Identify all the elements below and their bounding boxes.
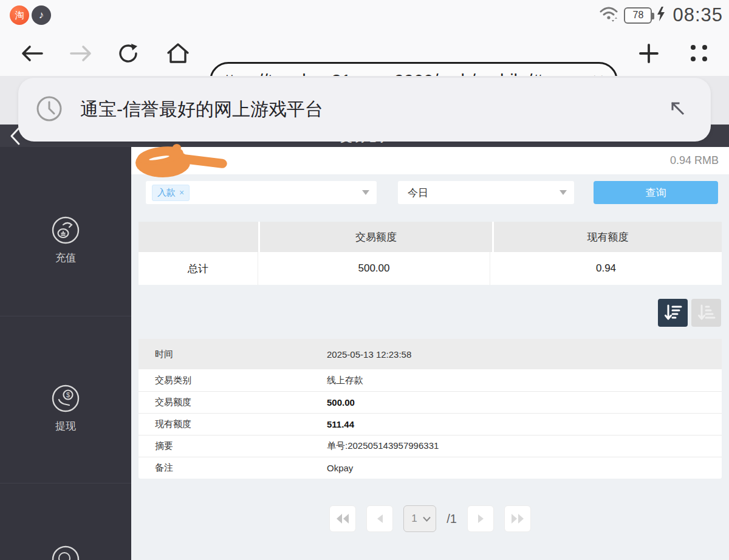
- recharge-icon: [51, 216, 80, 245]
- sidebar-divider: [0, 316, 131, 316]
- battery-percent: 78: [633, 10, 644, 21]
- sort-ascending-button[interactable]: [691, 299, 721, 327]
- balance-bar: 0.94 RMB: [131, 147, 729, 174]
- forward-button[interactable]: [66, 30, 96, 76]
- tab-switcher-button[interactable]: [682, 30, 716, 76]
- taobao-icon: 淘: [10, 5, 29, 25]
- sidebar-item-label: 提现: [0, 419, 131, 433]
- detail-value: 511.44: [327, 419, 722, 429]
- sort-descending-button[interactable]: [658, 299, 688, 327]
- detail-label: 摘要: [139, 440, 327, 452]
- detail-label: 交易类别: [139, 375, 327, 386]
- sidebar-item-partial[interactable]: [0, 545, 131, 560]
- withdraw-icon: $: [51, 384, 80, 413]
- summary-total-label: 总计: [139, 252, 258, 285]
- balance-amount: 0.94 RMB: [670, 154, 719, 167]
- sidebar-divider: [0, 483, 131, 483]
- summary-total-trade: 500.00: [258, 252, 490, 285]
- sidebar-item-label: 充值: [0, 251, 131, 265]
- sort-descending-icon: [664, 304, 682, 321]
- summary-header-trade: 交易额度: [260, 222, 492, 252]
- page-count: /1: [447, 512, 457, 526]
- detail-value: Okpay: [327, 463, 722, 473]
- page-select-value: 1: [411, 513, 423, 525]
- date-select[interactable]: 今日: [398, 181, 574, 204]
- partial-circle-icon: [51, 545, 80, 560]
- type-select[interactable]: 入款 ×: [146, 181, 377, 204]
- detail-row-trade-amount: 交易额度 500.00: [139, 391, 722, 413]
- new-tab-button[interactable]: [632, 30, 666, 76]
- douyin-icon: ♪: [32, 5, 51, 25]
- status-bar: 淘 ♪ 78 08:35: [0, 0, 729, 30]
- summary-total-row: 总计 500.00 0.94: [139, 252, 722, 285]
- summary-header-empty: [139, 222, 258, 252]
- query-button[interactable]: 查询: [594, 181, 718, 204]
- detail-value: 单号:202505143957996331: [327, 440, 722, 452]
- detail-row-summary: 摘要 单号:202505143957996331: [139, 435, 722, 457]
- home-button[interactable]: [162, 30, 194, 76]
- summary-total-balance: 0.94: [490, 252, 722, 285]
- summary-header-row: 交易额度 现有额度: [139, 222, 722, 252]
- detail-label: 时间: [139, 349, 327, 360]
- chevron-down-icon: [362, 190, 369, 195]
- detail-row-remark: 备注 Okpay: [139, 457, 722, 479]
- date-select-value: 今日: [408, 186, 428, 200]
- summary-table: 交易额度 现有额度 总计 500.00 0.94: [139, 222, 722, 285]
- filter-row: 入款 × 今日 查询: [131, 181, 729, 204]
- summary-header-balance: 现有额度: [494, 222, 722, 252]
- first-page-button[interactable]: [329, 505, 356, 532]
- detail-value: 2025-05-13 12:23:58: [327, 349, 722, 360]
- browser-toolbar: ttps://tongbao31.com:9900/web/mobile/# ✕: [0, 30, 729, 76]
- url-suggestion-item[interactable]: 通宝-信誉最好的网上游戏平台: [18, 78, 711, 142]
- sidebar: 充值 $ 提现: [0, 147, 131, 560]
- battery-icon: 78: [624, 7, 652, 24]
- insert-suggestion-icon[interactable]: [668, 99, 688, 121]
- type-tag: 入款 ×: [152, 185, 190, 201]
- detail-value: 500.00: [327, 397, 722, 408]
- prev-page-button[interactable]: [366, 505, 393, 532]
- page-select[interactable]: 1: [403, 505, 436, 532]
- chevron-down-icon: [560, 190, 567, 195]
- detail-label: 备注: [139, 462, 327, 474]
- detail-row-category: 交易类别 线上存款: [139, 369, 722, 391]
- detail-row-balance: 现有额度 511.44: [139, 413, 722, 435]
- suggestion-text[interactable]: 通宝-信誉最好的网上游戏平台: [80, 97, 668, 122]
- detail-row-time: 时间 2025-05-13 12:23:58: [139, 339, 722, 369]
- back-button[interactable]: [17, 30, 47, 76]
- wifi-icon: [599, 5, 620, 26]
- status-time: 08:35: [673, 4, 723, 26]
- tag-close-icon[interactable]: ×: [179, 188, 184, 197]
- next-page-button[interactable]: [467, 505, 494, 532]
- detail-label: 现有额度: [139, 418, 327, 430]
- refresh-button[interactable]: [113, 30, 143, 76]
- detail-label: 交易额度: [139, 397, 327, 408]
- sidebar-item-recharge[interactable]: 充值: [0, 216, 131, 265]
- tabs-dots-icon: [691, 45, 707, 61]
- transaction-detail-table: 时间 2025-05-13 12:23:58 交易类别 线上存款 交易额度 50…: [139, 339, 722, 479]
- svg-text:$: $: [66, 391, 70, 398]
- type-tag-label: 入款: [157, 187, 176, 199]
- main-content: 0.94 RMB 入款 × 今日 查询: [131, 147, 729, 560]
- last-page-button[interactable]: [504, 505, 531, 532]
- detail-value: 线上存款: [327, 375, 722, 386]
- charging-bolt-icon: [656, 6, 666, 24]
- history-clock-icon: [35, 95, 63, 125]
- sidebar-item-withdraw[interactable]: $ 提现: [0, 384, 131, 433]
- screen: 淘 ♪ 78 08:35: [0, 0, 729, 560]
- sort-ascending-icon: [697, 304, 716, 321]
- pagination: 1 /1: [131, 505, 729, 532]
